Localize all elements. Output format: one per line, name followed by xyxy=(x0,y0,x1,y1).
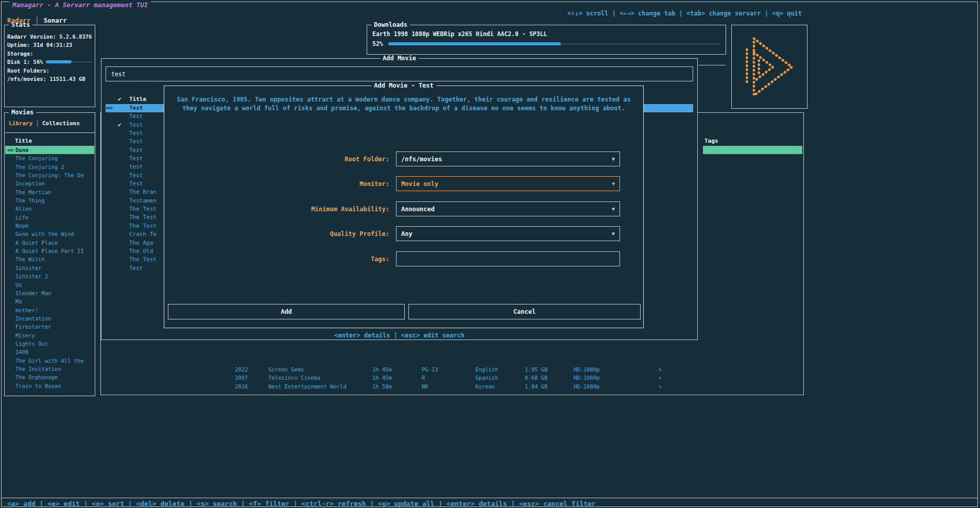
movie-title: Nope xyxy=(15,223,28,229)
movie-title: Ma xyxy=(15,298,22,304)
result-title: Test xyxy=(129,172,143,179)
movie-row[interactable]: The Conjuring 2 xyxy=(5,163,94,171)
runtime-cell: 1h 58m xyxy=(372,382,392,391)
movie-title: The Witch xyxy=(15,256,45,262)
year-cell: 2016 xyxy=(235,382,248,391)
movie-row[interactable]: The Martian xyxy=(5,188,94,196)
tags-label: Tags: xyxy=(175,256,396,263)
movies-panel-title: Movies xyxy=(9,109,36,116)
add-movie-panel-title: Add Movie xyxy=(380,55,419,62)
chevron-down-icon: ▼ xyxy=(612,156,615,162)
movie-row[interactable]: Inception xyxy=(5,179,94,188)
table-row[interactable]: 2016 Next Entertainment World 1h 58m NR … xyxy=(101,382,803,391)
minimum-availability-select[interactable]: Announced ▼ xyxy=(396,201,620,216)
movie-row[interactable]: Slender Man xyxy=(5,289,94,297)
table-row[interactable]: 2022 Screen Gems 1h 45m PG-13 English 1.… xyxy=(101,365,803,374)
top-keybind-help: <↑↓> scroll | <←→> change tab | <tab> ch… xyxy=(568,10,802,17)
movie-row[interactable]: Us xyxy=(5,281,94,289)
runtime-cell: 1h 45m xyxy=(372,374,392,382)
tags-input[interactable] xyxy=(396,251,620,266)
movie-row[interactable]: Firestarter xyxy=(5,323,94,331)
quality-profile-row: Quality Profile: Any ▼ xyxy=(175,226,620,241)
movie-row[interactable]: The Invitation xyxy=(5,365,94,373)
certification-cell: PG-13 xyxy=(422,365,438,374)
title-column-header: Title xyxy=(129,96,146,103)
movie-row[interactable]: 1408 xyxy=(5,348,94,356)
movie-row[interactable]: =>Dune xyxy=(5,146,94,154)
movie-row[interactable]: Sinister 2 xyxy=(5,272,94,280)
movie-row[interactable]: mother! xyxy=(5,306,94,314)
tabs-separator-line xyxy=(5,132,95,133)
movie-row[interactable]: Ma xyxy=(5,297,94,306)
quality-cell: HD-1080p xyxy=(574,382,600,391)
root-folder-value: /nfs/movies xyxy=(401,156,442,163)
movie-title: mother! xyxy=(15,307,38,313)
movie-title: Incantation xyxy=(15,315,51,321)
add-button[interactable]: Add xyxy=(168,304,405,319)
result-title: The Test xyxy=(129,206,157,212)
movie-search-input[interactable] xyxy=(110,70,689,78)
monitor-row: Monitor: Movie only ▼ xyxy=(175,176,620,191)
movie-title: Firestarter xyxy=(15,324,51,330)
result-title: The Old xyxy=(129,248,153,255)
studio-cell: Telecinco Cinema xyxy=(268,374,320,382)
movie-row[interactable]: Lights Out xyxy=(5,340,94,348)
result-title: The Bran xyxy=(129,189,157,195)
movie-row[interactable]: Misery xyxy=(5,331,94,340)
movie-row[interactable]: The Conjuring xyxy=(5,154,94,162)
movie-row[interactable]: Gone with the Wind xyxy=(5,230,94,238)
root-folder-select[interactable]: /nfs/movies ▼ xyxy=(396,151,620,166)
monitor-select[interactable]: Movie only ▼ xyxy=(396,176,620,191)
movie-row[interactable]: A Quiet Place Part II xyxy=(5,247,94,255)
footer-keybind-help: <a> add | <e> edit | <o> sort | <del> de… xyxy=(7,500,596,507)
disk-usage-gauge xyxy=(46,60,92,64)
movie-row[interactable]: The Conjuring: The De xyxy=(5,171,94,179)
tab-sonarr[interactable]: Sonarr xyxy=(44,16,67,24)
language-cell: English xyxy=(475,365,498,374)
disk-usage-row: Disk 1: 56% xyxy=(7,58,92,66)
movies-panel: Movies Library│Collections Title =>Dune … xyxy=(4,112,95,396)
movie-row[interactable]: Sinister xyxy=(5,264,94,272)
result-title: The Test xyxy=(129,256,157,263)
table-row[interactable]: 2007 Telecinco Cinema 1h 45m R Spanish 0… xyxy=(101,374,803,382)
cancel-button[interactable]: Cancel xyxy=(408,304,641,319)
movie-row[interactable]: Train to Busan xyxy=(5,382,94,390)
movie-row[interactable]: A Quiet Place xyxy=(5,239,94,247)
movie-row[interactable]: Life xyxy=(5,213,94,222)
movie-row[interactable]: The Witch xyxy=(5,255,94,263)
popup-title: Add Movie - Test xyxy=(371,82,436,89)
movie-row[interactable]: Incantation xyxy=(5,314,94,323)
result-title: Test xyxy=(129,122,143,128)
tab-radarr[interactable]: Radarr xyxy=(7,16,30,24)
tags-row: Tags: xyxy=(175,251,620,266)
result-title: Test xyxy=(129,130,143,137)
check-column-header: ✔ xyxy=(118,96,129,103)
tab-separator: │ xyxy=(36,120,39,127)
movie-row[interactable]: The Girl with All the xyxy=(5,357,94,365)
movie-row[interactable]: Nope xyxy=(5,222,94,230)
movie-row[interactable]: The Orphanage xyxy=(5,373,94,381)
movies-list: =>Dune The Conjuring The Conjuring 2 The… xyxy=(5,146,94,390)
download-progress-gauge xyxy=(388,42,720,46)
logo-panel xyxy=(731,25,807,109)
movie-title: 1408 xyxy=(15,349,28,355)
tab-library[interactable]: Library xyxy=(9,120,32,127)
minimum-availability-value: Announced xyxy=(401,206,435,213)
add-movie-details-popup: Add Movie - Test San Francisco, 1985. Tw… xyxy=(164,86,644,328)
movie-title: Alien xyxy=(15,206,32,212)
movie-search-box[interactable] xyxy=(106,66,693,81)
quality-profile-label: Quality Profile: xyxy=(175,230,396,238)
movie-row[interactable]: The Thing xyxy=(5,196,94,205)
tab-collections[interactable]: Collections xyxy=(42,120,80,127)
result-title: Test xyxy=(129,138,143,145)
quality-cell: HD-1080p xyxy=(574,374,600,382)
movie-title: Sinister 2 xyxy=(15,273,48,279)
runtime-cell: 1h 45m xyxy=(372,365,392,374)
stats-body: Radarr Version: 5.2.6.8376 Uptime: 31d 0… xyxy=(5,25,95,83)
result-title: Testamen xyxy=(129,197,157,204)
movie-title: Gone with the Wind xyxy=(15,231,74,237)
quality-profile-select[interactable]: Any ▼ xyxy=(396,226,620,241)
library-table-rows: 2022 Screen Gems 1h 45m PG-13 English 1.… xyxy=(101,365,803,391)
movie-title: The Conjuring xyxy=(15,155,58,161)
movie-row[interactable]: Alien xyxy=(5,205,94,213)
